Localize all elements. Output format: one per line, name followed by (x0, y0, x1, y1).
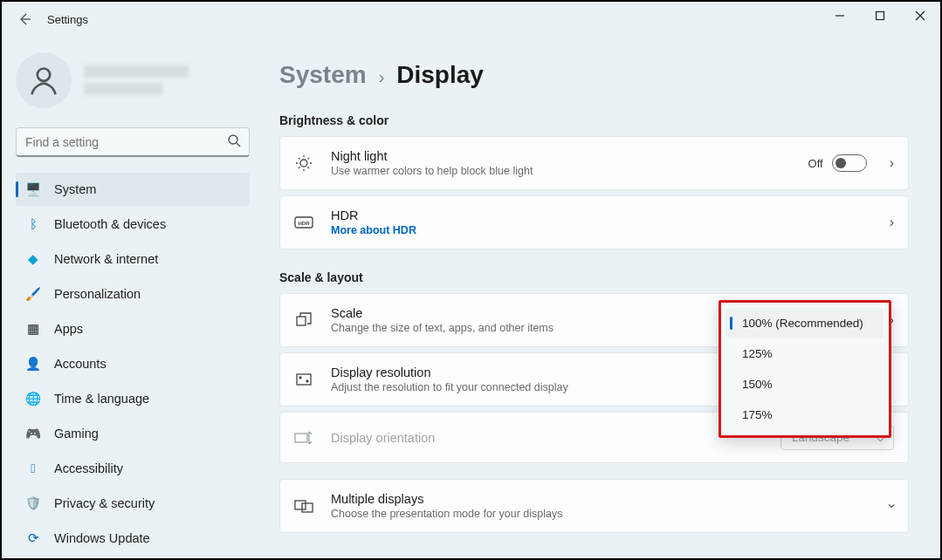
orientation-icon (292, 431, 315, 445)
hdr-link[interactable]: More about HDR (331, 224, 867, 236)
apps-icon: ▦ (24, 320, 42, 338)
section-scale: Scale & layout (279, 270, 909, 284)
nav-label: Windows Update (54, 531, 150, 545)
nav-label: Apps (54, 322, 83, 336)
card-night-light[interactable]: Night light Use warmer colors to help bl… (279, 136, 909, 190)
nav-label: Time & language (54, 392, 149, 406)
svg-point-5 (229, 135, 237, 144)
shield-icon: 🛡️ (24, 495, 42, 512)
window-title: Settings (47, 13, 88, 26)
scale-option[interactable]: 150% (726, 369, 884, 400)
svg-rect-1 (877, 12, 884, 20)
scale-option[interactable]: 175% (726, 400, 884, 430)
toggle-state: Off (808, 157, 823, 170)
svg-rect-18 (297, 317, 306, 325)
back-button[interactable] (12, 7, 37, 31)
scale-dropdown[interactable]: 100% (Recommended) 125% 150% 175% (719, 300, 891, 438)
card-multiple[interactable]: Multiple displays Choose the presentatio… (279, 479, 909, 533)
chevron-right-icon: › (890, 155, 894, 171)
nav-network[interactable]: ◆Network & internet (16, 242, 250, 276)
breadcrumb-parent[interactable]: System (279, 61, 367, 89)
nav-bluetooth[interactable]: ᛒBluetooth & devices (16, 208, 250, 241)
breadcrumb: System › Display (279, 61, 909, 89)
window-controls (820, 2, 940, 30)
gamepad-icon: 🎮 (24, 425, 42, 442)
resolution-icon (292, 371, 315, 388)
system-icon: 🖥️ (24, 181, 42, 198)
chevron-down-icon: › (884, 503, 899, 508)
nav-accounts[interactable]: 👤Accounts (16, 347, 250, 380)
page-title: Display (396, 61, 484, 89)
globe-icon: 🌐 (24, 390, 42, 407)
chevron-right-icon: › (379, 67, 385, 87)
accessibility-icon: 𖠋 (24, 460, 42, 477)
content-pane: System › Display Brightness & color Nigh… (264, 37, 940, 558)
scale-icon (292, 311, 315, 329)
card-title: HDR (331, 208, 867, 222)
nav-label: Bluetooth & devices (54, 217, 166, 231)
nav-system[interactable]: 🖥️System (16, 173, 250, 206)
profile-block[interactable] (16, 52, 250, 108)
nav-personalization[interactable]: 🖌️Personalization (16, 277, 250, 311)
hdr-icon: HDR (292, 216, 315, 229)
nav-label: Network & internet (54, 252, 158, 266)
nav-accessibility[interactable]: 𖠋Accessibility (16, 452, 250, 485)
toggle-track (832, 154, 867, 172)
nav-list: 🖥️System ᛒBluetooth & devices ◆Network &… (16, 173, 250, 555)
card-title: Multiple displays (331, 492, 867, 506)
search-box[interactable] (16, 127, 250, 157)
nav-label: Privacy & security (54, 496, 155, 510)
close-button[interactable] (900, 2, 940, 30)
svg-line-12 (299, 158, 300, 160)
nav-label: Accounts (54, 357, 107, 371)
svg-point-20 (299, 377, 301, 379)
card-title: Display orientation (331, 431, 765, 445)
scale-option[interactable]: 100% (Recommended) (726, 308, 884, 338)
svg-text:HDR: HDR (299, 221, 311, 226)
card-desc: Adjust the resolution to fit your connec… (331, 381, 765, 393)
svg-line-13 (308, 167, 310, 169)
nightlight-icon (292, 154, 315, 172)
chevron-right-icon: › (890, 215, 894, 230)
svg-line-6 (237, 143, 240, 147)
maximize-button[interactable] (860, 2, 900, 30)
bluetooth-icon: ᛒ (24, 215, 42, 233)
nightlight-toggle[interactable]: Off (808, 154, 867, 172)
person-icon: 👤 (24, 355, 42, 372)
card-desc: Choose the presentation mode for your di… (331, 508, 867, 520)
svg-rect-19 (297, 374, 311, 385)
search-icon (227, 133, 241, 151)
svg-point-4 (38, 69, 50, 81)
svg-point-21 (306, 380, 308, 382)
svg-rect-24 (302, 503, 313, 512)
card-hdr[interactable]: HDR HDR More about HDR › (279, 195, 909, 249)
nav-privacy[interactable]: 🛡️Privacy & security (16, 487, 250, 520)
minimize-button[interactable] (820, 2, 860, 30)
sidebar: 🖥️System ᛒBluetooth & devices ◆Network &… (2, 37, 264, 558)
title-bar: Settings (2, 2, 940, 37)
avatar (16, 52, 72, 108)
nav-label: Personalization (54, 287, 141, 301)
card-desc: Use warmer colors to help block blue lig… (331, 165, 793, 177)
svg-rect-22 (295, 434, 307, 442)
wifi-icon: ◆ (24, 250, 42, 268)
nav-gaming[interactable]: 🎮Gaming (16, 417, 250, 450)
profile-name-redacted (84, 65, 189, 95)
nav-update[interactable]: ⟳Windows Update (16, 522, 250, 555)
section-brightness: Brightness & color (279, 113, 909, 127)
card-title: Display resolution (331, 365, 765, 379)
scale-option[interactable]: 125% (726, 338, 884, 369)
svg-point-7 (300, 160, 307, 167)
search-input[interactable] (16, 127, 250, 157)
card-title: Night light (331, 149, 793, 163)
nav-time[interactable]: 🌐Time & language (16, 382, 250, 415)
nav-apps[interactable]: ▦Apps (16, 312, 250, 345)
multiple-icon (292, 498, 315, 514)
nav-label: System (54, 182, 96, 196)
update-icon: ⟳ (24, 529, 42, 547)
svg-line-15 (299, 167, 300, 169)
svg-rect-23 (295, 501, 306, 509)
svg-line-14 (308, 158, 310, 160)
nav-label: Accessibility (54, 461, 123, 475)
nav-label: Gaming (54, 427, 99, 440)
